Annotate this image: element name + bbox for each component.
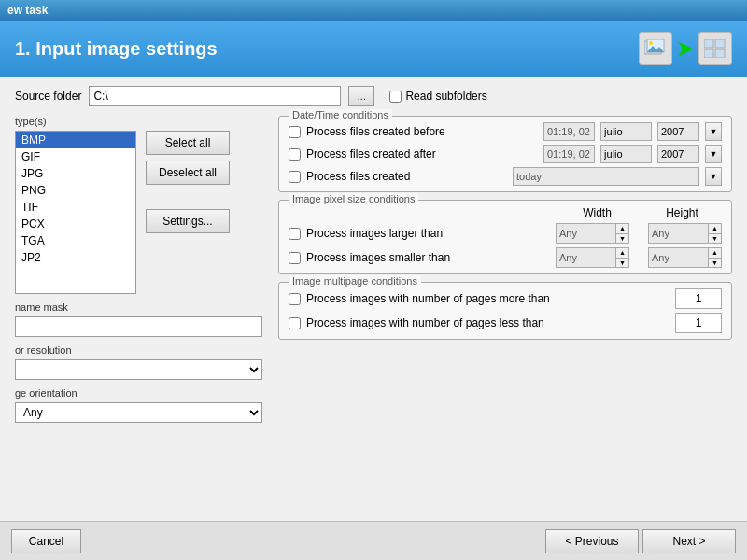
created-today-dropdown[interactable]: ▼	[705, 167, 722, 186]
resolution-select[interactable]	[15, 359, 262, 380]
smaller-width-spinner[interactable]: ▲ ▼	[616, 247, 629, 268]
pixel-size-panel-title: Image pixel size conditions	[289, 193, 418, 204]
smaller-height-down[interactable]: ▼	[709, 259, 721, 268]
list-item[interactable]: GIF	[16, 148, 135, 165]
smaller-height-group: ▲ ▼	[648, 247, 722, 268]
larger-height-up[interactable]: ▲	[709, 224, 721, 234]
smaller-width-up[interactable]: ▲	[616, 248, 628, 259]
pages-less-input[interactable]	[675, 313, 722, 333]
grid-icon	[698, 32, 732, 65]
smaller-than-checkbox[interactable]	[289, 252, 301, 264]
source-folder-input[interactable]	[89, 86, 341, 106]
larger-height-down[interactable]: ▼	[709, 234, 721, 244]
datetime-panel-title: Date/Time conditions	[289, 109, 392, 120]
created-before-checkbox[interactable]	[289, 126, 301, 138]
file-type-list[interactable]: BMP GIF JPG PNG TIF PCX TGA JP2	[15, 131, 136, 294]
created-after-month[interactable]	[600, 145, 652, 163]
settings-button[interactable]: Settings...	[146, 209, 230, 233]
name-mask-input[interactable]	[15, 316, 262, 337]
larger-width-spinner[interactable]: ▲ ▼	[616, 223, 629, 244]
select-all-button[interactable]: Select all	[146, 131, 230, 155]
file-types-row: BMP GIF JPG PNG TIF PCX TGA JP2 Select a…	[15, 131, 267, 294]
pixel-smaller-row: Process images smaller than ▲ ▼ ▲ ▼	[289, 247, 722, 268]
two-col-layout: type(s) BMP GIF JPG PNG TIF PCX TGA JP2 …	[15, 116, 732, 423]
list-item[interactable]: BMP	[16, 132, 135, 148]
created-before-year[interactable]	[657, 122, 699, 141]
deselect-all-button[interactable]: Deselect all	[146, 161, 230, 185]
nav-buttons: < Previous Next >	[545, 529, 736, 553]
main-content: Source folder ... Read subfolders type(s…	[0, 77, 747, 432]
previous-button[interactable]: < Previous	[545, 529, 639, 553]
larger-height-input[interactable]	[648, 223, 709, 244]
created-before-dropdown[interactable]: ▼	[705, 122, 722, 141]
orientation-section: ge orientation Any	[15, 387, 267, 423]
orientation-label: ge orientation	[15, 387, 267, 399]
pages-more-label: Process images with number of pages more…	[306, 292, 669, 305]
list-item[interactable]: TIF	[16, 199, 135, 216]
smaller-width-down[interactable]: ▼	[616, 259, 628, 268]
read-subfolders-checkbox[interactable]	[389, 91, 402, 103]
resolution-label: or resolution	[15, 344, 267, 356]
datetime-row-0: Process files created before ▼	[289, 122, 722, 141]
next-button[interactable]: Next >	[642, 529, 736, 553]
multipage-panel-title: Image multipage conditions	[289, 275, 421, 287]
list-item[interactable]: JP2	[16, 249, 135, 266]
smaller-width-input[interactable]	[556, 247, 616, 268]
created-before-month[interactable]	[600, 122, 652, 141]
browse-button[interactable]: ...	[348, 86, 374, 106]
arrow-right-icon: ➤	[676, 35, 695, 62]
title-bar-label: ew task	[7, 4, 48, 17]
larger-than-checkbox[interactable]	[289, 228, 301, 240]
created-label: Process files created	[306, 170, 507, 183]
created-checkbox[interactable]	[289, 171, 301, 183]
pages-less-checkbox[interactable]	[289, 317, 301, 329]
list-item[interactable]: TGA	[16, 232, 135, 249]
pages-more-checkbox[interactable]	[289, 293, 301, 305]
created-before-time[interactable]	[543, 122, 595, 141]
larger-width-input[interactable]	[556, 223, 616, 244]
larger-width-down[interactable]: ▼	[616, 234, 628, 244]
larger-than-label: Process images larger than	[306, 227, 550, 240]
height-col-label: Height	[642, 206, 722, 219]
datetime-panel: Date/Time conditions Process files creat…	[278, 116, 732, 192]
larger-width-group: ▲ ▼	[556, 223, 629, 244]
resolution-section: or resolution	[15, 344, 267, 380]
pixel-size-panel: Image pixel size conditions Width Height…	[278, 200, 732, 274]
width-col-label: Width	[557, 206, 637, 219]
svg-rect-6	[704, 49, 713, 58]
datetime-row-2: Process files created ▼	[289, 167, 722, 186]
svg-rect-4	[704, 39, 713, 48]
images-icon	[639, 32, 672, 65]
pages-more-input[interactable]	[675, 288, 722, 309]
list-item[interactable]: JPG	[16, 165, 135, 182]
smaller-height-up[interactable]: ▲	[709, 248, 721, 259]
source-folder-row: Source folder ... Read subfolders	[15, 86, 732, 106]
list-item[interactable]: PCX	[16, 216, 135, 232]
larger-width-up[interactable]: ▲	[616, 224, 628, 234]
multipage-more-row: Process images with number of pages more…	[289, 288, 722, 309]
created-today-input[interactable]	[513, 167, 699, 186]
created-after-label: Process files created after	[306, 147, 538, 161]
orientation-select[interactable]: Any	[15, 402, 262, 423]
created-after-dropdown[interactable]: ▼	[705, 145, 722, 163]
created-after-checkbox[interactable]	[289, 148, 301, 161]
cancel-button[interactable]: Cancel	[11, 529, 81, 553]
source-folder-label: Source folder	[15, 90, 81, 103]
list-item[interactable]: PNG	[16, 182, 135, 199]
smaller-height-spinner[interactable]: ▲ ▼	[709, 247, 722, 268]
file-type-buttons: Select all Deselect all Settings...	[146, 131, 230, 233]
larger-height-group: ▲ ▼	[648, 223, 722, 244]
svg-rect-5	[715, 39, 725, 48]
file-types-label: type(s)	[15, 116, 267, 127]
resolution-dropdown-wrapper	[15, 359, 262, 380]
right-column: Date/Time conditions Process files creat…	[278, 116, 732, 423]
created-before-label: Process files created before	[306, 125, 538, 138]
created-after-time[interactable]	[543, 145, 595, 163]
read-subfolders-label: Read subfolders	[405, 90, 486, 103]
multipage-less-row: Process images with number of pages less…	[289, 313, 722, 333]
larger-height-spinner[interactable]: ▲ ▼	[709, 223, 722, 244]
name-mask-section: name mask	[15, 301, 267, 337]
pages-less-label: Process images with number of pages less…	[306, 316, 669, 329]
created-after-year[interactable]	[657, 145, 699, 163]
smaller-height-input[interactable]	[648, 247, 709, 268]
